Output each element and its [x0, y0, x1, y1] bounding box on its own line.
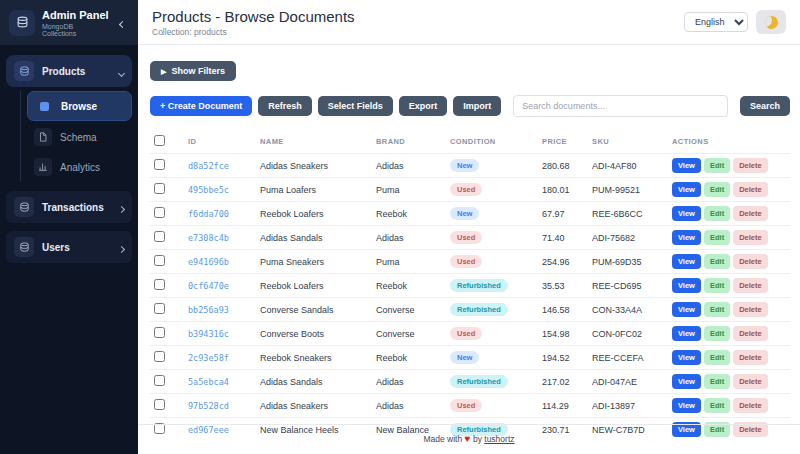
delete-button[interactable]: Delete	[733, 302, 768, 317]
row-name: Reebok Loafers	[256, 274, 372, 298]
search-input[interactable]	[513, 95, 728, 117]
view-button[interactable]: View	[672, 254, 701, 269]
document-icon	[34, 128, 52, 146]
edit-button[interactable]: Edit	[704, 230, 730, 245]
row-checkbox[interactable]	[154, 183, 165, 194]
select-fields-button[interactable]: Select Fields	[318, 96, 393, 116]
export-button[interactable]: Export	[399, 96, 448, 116]
sidebar-item-label: Users	[42, 242, 70, 253]
view-button[interactable]: View	[672, 206, 701, 221]
row-checkbox[interactable]	[154, 231, 165, 242]
chevron-right-icon	[119, 238, 124, 256]
delete-button[interactable]: Delete	[733, 206, 768, 221]
row-price: 217.02	[538, 370, 588, 394]
table-row: d8a52fce Adidas Sneakers Adidas New 280.…	[150, 154, 790, 178]
row-sku: PUM-99521	[588, 178, 668, 202]
row-id-link[interactable]: 2c93e58f	[188, 353, 229, 363]
edit-button[interactable]: Edit	[704, 398, 730, 413]
view-button[interactable]: View	[672, 302, 701, 317]
row-brand: Puma	[372, 250, 446, 274]
row-checkbox[interactable]	[154, 375, 165, 386]
row-checkbox[interactable]	[154, 207, 165, 218]
row-id-link[interactable]: 5a5ebca4	[188, 377, 229, 387]
view-button[interactable]: View	[672, 278, 701, 293]
edit-button[interactable]: Edit	[704, 326, 730, 341]
delete-button[interactable]: Delete	[733, 326, 768, 341]
row-price: 114.29	[538, 394, 588, 418]
delete-button[interactable]: Delete	[733, 182, 768, 197]
row-actions: ViewEditDelete	[668, 202, 790, 226]
edit-button[interactable]: Edit	[704, 206, 730, 221]
author-link[interactable]: tushortz	[484, 434, 514, 444]
row-actions: ViewEditDelete	[668, 178, 790, 202]
condition-badge: Refurbished	[450, 303, 508, 316]
view-button[interactable]: View	[672, 158, 701, 173]
delete-button[interactable]: Delete	[733, 374, 768, 389]
bar-chart-icon	[34, 158, 52, 176]
delete-button[interactable]: Delete	[733, 350, 768, 365]
edit-button[interactable]: Edit	[704, 254, 730, 269]
view-button[interactable]: View	[672, 374, 701, 389]
row-brand: Puma	[372, 178, 446, 202]
delete-button[interactable]: Delete	[733, 254, 768, 269]
sidebar-item-analytics[interactable]: Analytics	[27, 153, 132, 181]
row-id-link[interactable]: b394316c	[188, 329, 229, 339]
sidebar-item-products[interactable]: Products	[6, 55, 132, 87]
select-all-checkbox[interactable]	[154, 135, 165, 146]
sidebar-nav: Products Browse Schema Analytics	[0, 45, 138, 273]
row-checkbox[interactable]	[154, 351, 165, 362]
table-row: 97b528cd Adidas Sneakers Adidas Used 114…	[150, 394, 790, 418]
edit-button[interactable]: Edit	[704, 158, 730, 173]
row-actions: ViewEditDelete	[668, 298, 790, 322]
row-id-link[interactable]: e941696b	[188, 257, 229, 267]
row-brand: Reebok	[372, 274, 446, 298]
row-name: Adidas Sandals	[256, 370, 372, 394]
table-row: 2c93e58f Reebok Sneakers Reebok New 194.…	[150, 346, 790, 370]
row-actions: ViewEditDelete	[668, 322, 790, 346]
import-button[interactable]: Import	[453, 96, 501, 116]
sidebar-item-browse[interactable]: Browse	[27, 91, 132, 121]
row-checkbox[interactable]	[154, 327, 165, 338]
row-id-link[interactable]: 97b528cd	[188, 401, 229, 411]
delete-button[interactable]: Delete	[733, 230, 768, 245]
row-id-link[interactable]: e7308c4b	[188, 233, 229, 243]
view-button[interactable]: View	[672, 326, 701, 341]
language-select[interactable]: English	[684, 12, 748, 32]
delete-button[interactable]: Delete	[733, 278, 768, 293]
search-button[interactable]: Search	[740, 96, 790, 116]
view-button[interactable]: View	[672, 182, 701, 197]
sidebar-item-transactions[interactable]: Transactions	[6, 191, 132, 223]
row-id-link[interactable]: d8a52fce	[188, 161, 229, 171]
row-checkbox[interactable]	[154, 303, 165, 314]
view-button[interactable]: View	[672, 350, 701, 365]
sidebar-item-label: Transactions	[42, 202, 104, 213]
theme-toggle-button[interactable]	[756, 10, 786, 34]
refresh-button[interactable]: Refresh	[258, 96, 312, 116]
create-document-button[interactable]: + Create Document	[150, 96, 252, 116]
edit-button[interactable]: Edit	[704, 374, 730, 389]
row-checkbox[interactable]	[154, 159, 165, 170]
moon-icon	[763, 14, 780, 31]
delete-button[interactable]: Delete	[733, 158, 768, 173]
edit-button[interactable]: Edit	[704, 350, 730, 365]
show-filters-button[interactable]: ▶ Show Filters	[150, 61, 236, 81]
edit-button[interactable]: Edit	[704, 302, 730, 317]
row-checkbox[interactable]	[154, 279, 165, 290]
edit-button[interactable]: Edit	[704, 182, 730, 197]
chevron-right-icon	[119, 198, 124, 216]
row-id-link[interactable]: f6dda700	[188, 209, 229, 219]
row-id-link[interactable]: 495bbe5c	[188, 185, 229, 195]
row-id-link[interactable]: 0cf6470e	[188, 281, 229, 291]
row-checkbox[interactable]	[154, 399, 165, 410]
sidebar-item-users[interactable]: Users	[6, 231, 132, 263]
row-id-link[interactable]: bb256a93	[188, 305, 229, 315]
view-button[interactable]: View	[672, 230, 701, 245]
edit-button[interactable]: Edit	[704, 278, 730, 293]
condition-badge: Refurbished	[450, 279, 508, 292]
sidebar-collapse-button[interactable]	[116, 11, 129, 34]
row-checkbox[interactable]	[154, 255, 165, 266]
view-button[interactable]: View	[672, 398, 701, 413]
row-actions: ViewEditDelete	[668, 250, 790, 274]
sidebar-item-schema[interactable]: Schema	[27, 123, 132, 151]
delete-button[interactable]: Delete	[733, 398, 768, 413]
